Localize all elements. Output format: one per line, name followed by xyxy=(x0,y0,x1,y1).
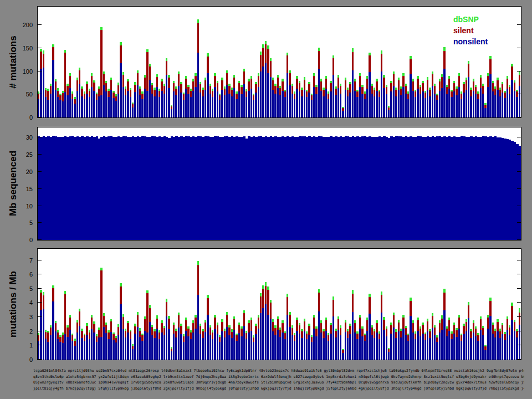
bar-segment-nonsilent xyxy=(132,108,134,117)
bar-segment-silent xyxy=(369,297,370,314)
bar-segment-silent xyxy=(371,328,373,335)
bar-segment-nonsilent xyxy=(137,327,139,360)
bar-segment-nonsilent xyxy=(412,332,414,360)
bar-segment-nonsilent xyxy=(279,337,281,360)
bar-segment-silent xyxy=(294,94,295,99)
bar-segment-nonsilent xyxy=(443,69,445,117)
bar-segment-nonsilent xyxy=(325,89,327,117)
bar-segment-nonsilent xyxy=(262,308,264,360)
bar-segment-nonsilent xyxy=(456,95,457,117)
bar-segment-silent xyxy=(470,331,472,338)
bar-segment-silent xyxy=(217,83,218,91)
stacked-bar xyxy=(424,7,426,117)
stacked-bar xyxy=(383,249,385,360)
stacked-bar xyxy=(313,7,315,117)
bar-segment-silent xyxy=(103,74,105,85)
bar-segment-silent xyxy=(330,325,331,334)
stacked-bar xyxy=(156,249,158,360)
bar-segment-silent xyxy=(313,76,315,87)
bar-segment-nonsilent xyxy=(299,334,300,360)
bar-segment-nonsilent xyxy=(139,337,141,360)
bar-segment-dbsnp xyxy=(519,71,520,75)
stacked-bar xyxy=(289,249,290,360)
bar-segment-nonsilent xyxy=(386,94,387,117)
stacked-bar xyxy=(267,249,269,360)
y-tick-label: 100 xyxy=(23,68,33,74)
bar-segment-nonsilent xyxy=(342,353,344,360)
bar-segment-silent xyxy=(192,81,194,91)
bar-segment-nonsilent xyxy=(214,329,216,360)
stacked-bar xyxy=(330,249,331,360)
stacked-bar xyxy=(236,7,237,117)
bar-segment-nonsilent xyxy=(139,95,141,117)
bar-segment-silent xyxy=(371,86,373,93)
bar-segment-nonsilent xyxy=(71,341,73,360)
bar-segment-nonsilent xyxy=(400,95,402,117)
bar-segment-silent xyxy=(461,94,462,99)
stacked-bar xyxy=(38,7,39,117)
bar-segment-silent xyxy=(381,54,382,71)
stacked-bar xyxy=(134,7,136,117)
stacked-bar xyxy=(226,7,228,117)
bar-segment-nonsilent xyxy=(315,94,317,117)
stacked-bar xyxy=(398,7,400,117)
bar-segment-nonsilent xyxy=(335,337,336,360)
stacked-bar xyxy=(284,7,286,117)
stacked-bar xyxy=(420,249,421,360)
bar-segment-nonsilent xyxy=(200,334,201,360)
bar-segment-silent xyxy=(451,91,452,97)
bar-segment-silent xyxy=(100,270,102,337)
stacked-bar xyxy=(458,249,460,360)
bar-segment-silent xyxy=(446,87,448,94)
bar-segment-nonsilent xyxy=(345,332,346,360)
bar-segment-silent xyxy=(139,331,141,337)
stacked-bar xyxy=(335,7,336,117)
bar-segment-nonsilent xyxy=(96,342,98,360)
bar-segment-silent xyxy=(289,315,290,327)
stacked-bar xyxy=(93,249,95,360)
stacked-bar xyxy=(158,249,160,360)
bar-segment-silent xyxy=(117,85,119,94)
stacked-bar xyxy=(463,249,464,360)
bar-segment-silent xyxy=(279,330,281,337)
bar-segment-silent xyxy=(383,320,385,330)
bar-segment-silent xyxy=(265,44,267,63)
bar-segment-silent xyxy=(407,335,409,341)
stacked-bar xyxy=(200,7,201,117)
bar-segment-nonsilent xyxy=(166,75,167,117)
bar-segment-nonsilent xyxy=(388,110,390,117)
bar-segment-nonsilent xyxy=(258,87,259,117)
stacked-bar xyxy=(291,7,293,117)
bar-segment-silent xyxy=(149,66,151,80)
bar-segment-nonsilent xyxy=(105,91,107,117)
stacked-bar xyxy=(214,249,216,360)
stacked-bar xyxy=(178,249,180,360)
bar-segment-nonsilent xyxy=(456,337,457,360)
stacked-bar xyxy=(359,7,361,117)
bar-segment-silent xyxy=(519,75,520,86)
stacked-bar xyxy=(306,7,308,117)
stacked-bar xyxy=(59,7,61,117)
bar-segment-silent xyxy=(50,328,52,335)
bar-segment-silent xyxy=(376,81,377,91)
bar-segment-nonsilent xyxy=(110,332,112,360)
bar-segment-silent xyxy=(267,49,269,73)
bar-segment-silent xyxy=(393,315,395,328)
stacked-bar xyxy=(434,7,436,117)
bar-segment-nonsilent xyxy=(248,332,249,360)
stacked-bar xyxy=(308,249,310,360)
bar-segment-dbsnp xyxy=(443,47,445,51)
stacked-bar xyxy=(127,7,129,117)
bars-area-mutations-per-mb xyxy=(38,249,521,360)
bar-segment-nonsilent xyxy=(361,94,363,117)
y-tick-label: 0 xyxy=(29,115,33,121)
bar-segment-silent xyxy=(245,333,247,339)
bar-segment-nonsilent xyxy=(231,96,233,117)
bar-segment-nonsilent xyxy=(499,338,501,360)
stacked-bar xyxy=(76,7,78,117)
bar-segment-nonsilent xyxy=(386,336,387,360)
stacked-bar xyxy=(221,7,223,117)
bar-segment-nonsilent xyxy=(291,335,293,360)
bar-segment-nonsilent xyxy=(265,63,267,117)
stacked-bar xyxy=(507,7,508,117)
